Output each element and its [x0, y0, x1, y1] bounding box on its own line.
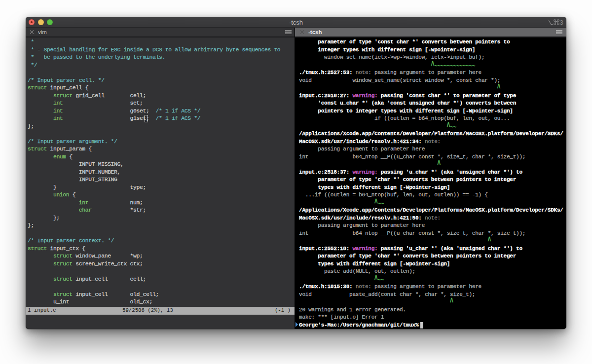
svg-text:3: 3 [560, 19, 563, 26]
